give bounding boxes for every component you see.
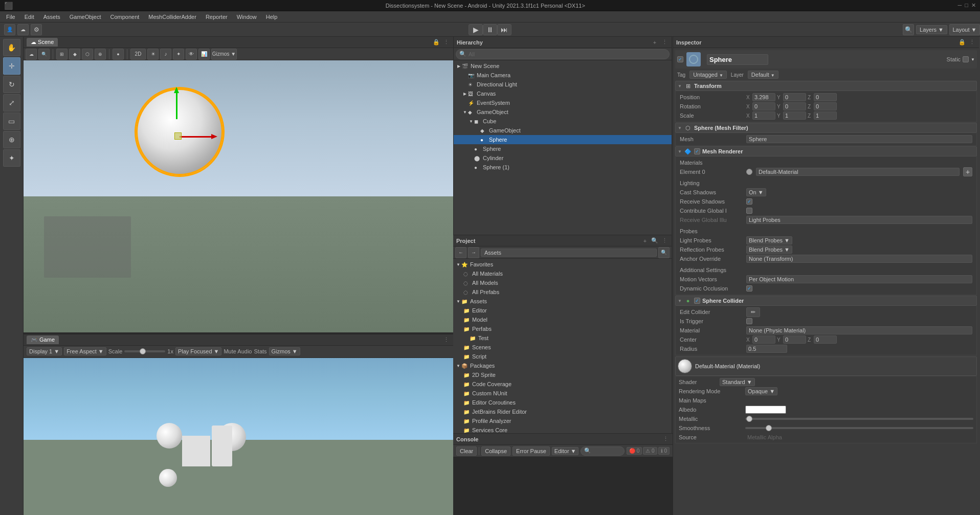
play-focused-dropdown[interactable]: Play Focused▼ (175, 347, 222, 355)
play-button[interactable]: ▶ (469, 24, 483, 35)
scale-thumb[interactable] (140, 348, 146, 354)
scene-tools-btn[interactable]: ⬡ (82, 49, 93, 60)
proj-code-coverage[interactable]: 📁 Code Coverage (453, 379, 672, 389)
receive-shadows-cb[interactable] (746, 198, 752, 205)
proj-jetbrains[interactable]: 📁 JetBrains Rider Editor (453, 407, 672, 416)
proj-all-models[interactable]: ◌ All Models (453, 278, 672, 287)
scene-gizmos-toggle[interactable]: Gizmos ▼ (211, 49, 237, 60)
gizmo-center-handle[interactable] (174, 132, 182, 140)
transform-header[interactable]: ▼ ⊞ Transform (675, 81, 977, 91)
menu-meshcollideradder[interactable]: MeshColliderAdder (144, 13, 201, 21)
proj-profile-analyzer[interactable]: 📁 Profile Analyzer (453, 416, 672, 426)
anchor-override-value[interactable]: None (Transform) (746, 255, 972, 263)
hier-cube[interactable]: ▼ ◼ Cube (454, 117, 672, 126)
transform-tool[interactable]: ⊕ (3, 131, 20, 148)
scene-tab[interactable]: ☁ Scene (27, 38, 58, 47)
scene-hidden-btn[interactable]: 👁 (186, 49, 197, 60)
edit-collider-btn[interactable]: ✏ (746, 307, 760, 317)
light-probes-dropdown[interactable]: Blend Probes ▼ (746, 236, 792, 244)
proj-anatomy[interactable]: 📁 Script (453, 352, 672, 361)
game-tab[interactable]: 🎮 Game (27, 335, 59, 344)
expand-arrow-scene[interactable]: ▶ (456, 64, 462, 69)
game-canvas[interactable] (24, 358, 453, 515)
center-x-input[interactable] (752, 335, 775, 344)
scene-tool-2[interactable]: 🔍 (38, 49, 50, 60)
add-material-btn[interactable]: + (963, 167, 972, 176)
mesh-renderer-header[interactable]: ▼ 🔷 Mesh Renderer (675, 146, 977, 156)
project-forward-btn[interactable]: → (468, 247, 479, 258)
radius-input[interactable] (746, 345, 787, 353)
hier-gameobject-parent[interactable]: ▼ ◆ GameObject (454, 107, 672, 117)
custom-tool[interactable]: ✦ (3, 149, 20, 167)
proj-custom-nunit[interactable]: 📁 Custom NUnit (453, 389, 672, 398)
console-editor-dropdown[interactable]: Editor ▼ (552, 447, 579, 455)
hier-eventsystem[interactable]: ⚡ EventSystem (454, 98, 672, 107)
position-z-input[interactable] (814, 93, 837, 101)
scene-gizmos-btn[interactable]: ◆ (69, 49, 80, 60)
scene-more-icon[interactable]: ⋮ (442, 38, 450, 47)
scene-light-btn[interactable]: ☀ (147, 49, 159, 60)
inspector-lock-icon[interactable]: 🔒 (958, 38, 966, 47)
static-arrow[interactable]: ▼ (971, 57, 975, 62)
contribute-gi-cb[interactable] (746, 208, 752, 214)
layers-dropdown[interactable]: Layers ▼ (916, 25, 947, 34)
proj-assets[interactable]: ▼ 📁 Assets (453, 297, 672, 306)
console-search[interactable]: 🔍 (581, 446, 625, 456)
hier-main-camera[interactable]: 📷 Main Camera (454, 71, 672, 80)
scene-tool-1[interactable]: ☁ (26, 49, 37, 60)
layout-dropdown[interactable]: Layout ▼ (949, 24, 980, 35)
scene-fx-btn[interactable]: ✦ (173, 49, 184, 60)
collider-material-value[interactable]: None (Physic Material) (746, 326, 972, 334)
meshrenderer-enable-cb[interactable] (694, 148, 700, 154)
proj-favorites[interactable]: ▼ ⭐ Favorites (453, 260, 672, 269)
menu-reporter[interactable]: Reporter (202, 13, 232, 21)
console-more-icon[interactable]: ⋮ (661, 435, 670, 443)
rotation-x-input[interactable] (752, 102, 775, 110)
search-global-btn[interactable]: 🔍 (903, 24, 914, 35)
rotate-tool[interactable]: ↻ (3, 76, 20, 93)
object-active-checkbox[interactable] (677, 56, 683, 62)
menu-component[interactable]: Component (106, 13, 143, 21)
spherecollider-enable-cb[interactable] (694, 298, 700, 304)
hierarchy-search-input[interactable]: 🔍 All (456, 49, 670, 59)
dynamic-occlusion-cb[interactable] (746, 285, 752, 292)
scene-sphere-object[interactable] (136, 88, 223, 175)
center-z-input[interactable] (814, 335, 837, 344)
scene-2d-btn[interactable]: 2D (130, 49, 146, 60)
hier-sphere-selected[interactable]: ● Sphere (454, 135, 672, 144)
is-trigger-cb[interactable] (746, 318, 752, 324)
hier-directional-light[interactable]: ☀ Directional Light (454, 80, 672, 89)
proj-model[interactable]: 📁 Model (453, 315, 672, 324)
scene-stats-btn[interactable]: 📊 (198, 49, 210, 60)
scene-grid-btn[interactable]: ⊞ (56, 49, 68, 60)
material-swatch[interactable]: Default-Material (Material) (675, 356, 977, 376)
smoothness-slider[interactable] (745, 427, 973, 429)
rotation-y-input[interactable] (783, 102, 806, 110)
game-aspect-dropdown[interactable]: Free Aspect▼ (64, 347, 106, 355)
position-x-input[interactable] (752, 93, 775, 101)
hier-new-scene[interactable]: ▶ 🎬 New Scene (454, 61, 672, 71)
move-tool[interactable]: ✛ (3, 57, 20, 75)
console-clear-btn[interactable]: Clear (456, 446, 477, 456)
game-more-icon[interactable]: ⋮ (442, 335, 450, 344)
proj-scenes[interactable]: 📁 Test (453, 333, 672, 343)
mesh-filter-header[interactable]: ▼ ⬡ Sphere (Mesh Filter) (675, 123, 977, 133)
project-search-btn[interactable]: 🔍 (658, 247, 670, 258)
scene-audio-btn[interactable]: ♪ (160, 49, 171, 60)
scale-z-input[interactable] (814, 111, 837, 120)
scale-tool[interactable]: ⤢ (3, 94, 20, 111)
center-y-input[interactable] (783, 335, 806, 344)
sphere-collider-header[interactable]: ▼ ● Sphere Collider (675, 296, 977, 306)
shader-dropdown[interactable]: Standard ▼ (720, 378, 755, 386)
console-collapse-btn[interactable]: Collapse (481, 446, 510, 456)
gameobject-arrow[interactable]: ▼ (462, 110, 468, 115)
proj-services-core[interactable]: 📁 Services Core (453, 426, 672, 433)
pause-button[interactable]: ⏸ (483, 24, 497, 35)
menu-gameobject[interactable]: GameObject (65, 13, 105, 21)
close-btn[interactable]: ✕ (971, 2, 976, 9)
proj-perfabs[interactable]: 📁 Perfabs (453, 324, 672, 333)
metallic-thumb[interactable] (746, 416, 752, 422)
proj-2d-sprite[interactable]: 📁 2D Sprite (453, 370, 672, 379)
project-tab[interactable]: Project (456, 238, 475, 244)
proj-editor-coroutines[interactable]: 📁 Editor Coroutines (453, 398, 672, 407)
